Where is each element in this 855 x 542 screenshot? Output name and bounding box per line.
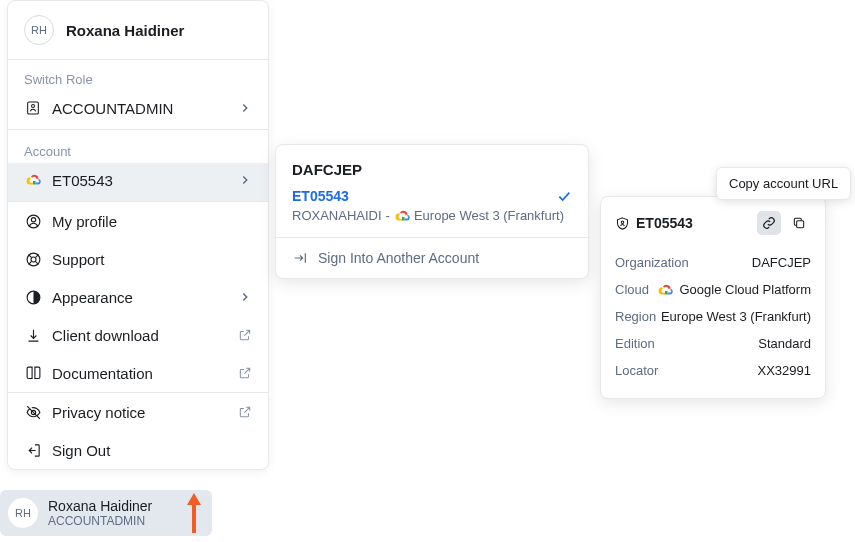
support-icon bbox=[24, 250, 42, 268]
menu-documentation-label: Documentation bbox=[52, 365, 228, 382]
shield-icon bbox=[615, 216, 630, 231]
menu-signout[interactable]: Sign Out bbox=[8, 431, 268, 469]
menu-profile-label: My profile bbox=[52, 213, 252, 230]
account-flyout: DAFCJEP ET05543 ROXANAHAIDI - Europe Wes… bbox=[275, 144, 589, 279]
chevron-right-icon bbox=[238, 173, 252, 187]
detail-row-organization: Organization DAFCJEP bbox=[615, 249, 811, 276]
switch-role-section: Switch Role ACCOUNTADMIN bbox=[8, 60, 268, 129]
menu-privacy[interactable]: Privacy notice bbox=[8, 393, 268, 431]
detail-key: Organization bbox=[615, 255, 689, 270]
menu-signout-label: Sign Out bbox=[52, 442, 252, 459]
divider bbox=[8, 129, 268, 130]
menu-documentation[interactable]: Documentation bbox=[8, 354, 268, 392]
detail-value: XX32991 bbox=[758, 363, 812, 378]
external-link-icon bbox=[238, 366, 252, 380]
copy-icon bbox=[792, 216, 806, 230]
account-item[interactable]: ET05543 bbox=[8, 163, 268, 201]
detail-row-edition: Edition Standard bbox=[615, 330, 811, 357]
account-detail-card: ET05543 Organization DAFCJEP Cloud Googl… bbox=[600, 196, 826, 399]
detail-row-region: Region Europe West 3 (Frankfurt) bbox=[615, 303, 811, 330]
menu-appearance[interactable]: Appearance bbox=[8, 278, 268, 316]
switch-role-item[interactable]: ACCOUNTADMIN bbox=[8, 91, 268, 129]
menu-support-label: Support bbox=[52, 251, 252, 268]
avatar: RH bbox=[8, 498, 38, 528]
detail-title-text: ET05543 bbox=[636, 215, 693, 231]
menu-client-download[interactable]: Client download bbox=[8, 316, 268, 354]
avatar: RH bbox=[24, 15, 54, 45]
flyout-meta: ROXANAHAIDI - Europe West 3 (Frankfurt) bbox=[292, 208, 572, 223]
link-icon bbox=[762, 216, 776, 230]
detail-actions bbox=[757, 211, 811, 235]
gcp-icon bbox=[24, 171, 42, 189]
flyout-org: DAFCJEP bbox=[276, 145, 588, 178]
menu-client-download-label: Client download bbox=[52, 327, 228, 344]
flyout-region: Europe West 3 (Frankfurt) bbox=[414, 208, 564, 223]
role-icon bbox=[24, 99, 42, 117]
signin-arrow-icon bbox=[292, 250, 308, 266]
check-icon bbox=[556, 188, 572, 204]
detail-key: Region bbox=[615, 309, 656, 324]
account-section: Account ET05543 bbox=[8, 132, 268, 201]
flyout-account-id: ET05543 bbox=[292, 188, 349, 204]
menu-support[interactable]: Support bbox=[8, 240, 268, 278]
menu-profile[interactable]: My profile bbox=[8, 202, 268, 240]
chevron-right-icon bbox=[238, 101, 252, 115]
appearance-icon bbox=[24, 288, 42, 306]
profile-icon bbox=[24, 212, 42, 230]
detail-row-cloud: Cloud Google Cloud Platform bbox=[615, 276, 811, 303]
bottom-user-text: Roxana Haidiner ACCOUNTADMIN bbox=[48, 498, 152, 528]
chevron-right-icon bbox=[238, 290, 252, 304]
copy-url-button[interactable] bbox=[757, 211, 781, 235]
user-menu-panel: RH Roxana Haidiner Switch Role ACCOUNTAD… bbox=[7, 0, 269, 470]
user-header: RH Roxana Haidiner bbox=[8, 1, 268, 59]
switch-role-label: Switch Role bbox=[8, 60, 268, 91]
svg-rect-9 bbox=[797, 221, 804, 228]
svg-point-1 bbox=[32, 105, 35, 108]
detail-key: Edition bbox=[615, 336, 655, 351]
bottom-user-chip[interactable]: RH Roxana Haidiner ACCOUNTADMIN bbox=[0, 490, 212, 536]
svg-point-8 bbox=[621, 221, 624, 224]
account-value: ET05543 bbox=[52, 172, 228, 189]
bottom-user-role: ACCOUNTADMIN bbox=[48, 514, 152, 528]
switch-role-value: ACCOUNTADMIN bbox=[52, 100, 228, 117]
detail-key: Locator bbox=[615, 363, 658, 378]
gcp-icon bbox=[394, 210, 410, 222]
menu-appearance-label: Appearance bbox=[52, 289, 228, 306]
detail-value: Europe West 3 (Frankfurt) bbox=[661, 309, 811, 324]
svg-point-3 bbox=[31, 217, 35, 221]
menu-list: My profile Support Appearance Client dow… bbox=[8, 202, 268, 469]
tooltip-copy-url: Copy account URL bbox=[716, 167, 851, 200]
menu-privacy-label: Privacy notice bbox=[52, 404, 228, 421]
arrow-up-icon bbox=[185, 491, 203, 535]
flyout-signin-label: Sign Into Another Account bbox=[318, 250, 479, 266]
signout-icon bbox=[24, 441, 42, 459]
flyout-owner: ROXANAHAIDI bbox=[292, 208, 382, 223]
gcp-icon bbox=[657, 284, 673, 296]
flyout-signin[interactable]: Sign Into Another Account bbox=[276, 237, 588, 278]
detail-key: Cloud bbox=[615, 282, 649, 297]
bottom-user-name: Roxana Haidiner bbox=[48, 498, 152, 514]
copy-button[interactable] bbox=[787, 211, 811, 235]
account-label: Account bbox=[8, 132, 268, 163]
external-link-icon bbox=[238, 328, 252, 342]
privacy-icon bbox=[24, 403, 42, 421]
detail-value: DAFCJEP bbox=[752, 255, 811, 270]
book-icon bbox=[24, 364, 42, 382]
external-link-icon bbox=[238, 405, 252, 419]
flyout-account-item[interactable]: ET05543 ROXANAHAIDI - Europe West 3 (Fra… bbox=[276, 178, 588, 237]
detail-value: Standard bbox=[758, 336, 811, 351]
detail-value: Google Cloud Platform bbox=[657, 282, 811, 297]
user-name: Roxana Haidiner bbox=[66, 22, 184, 39]
svg-point-5 bbox=[31, 257, 36, 262]
detail-row-locator: Locator XX32991 bbox=[615, 357, 811, 384]
download-icon bbox=[24, 326, 42, 344]
detail-title: ET05543 bbox=[615, 215, 693, 231]
